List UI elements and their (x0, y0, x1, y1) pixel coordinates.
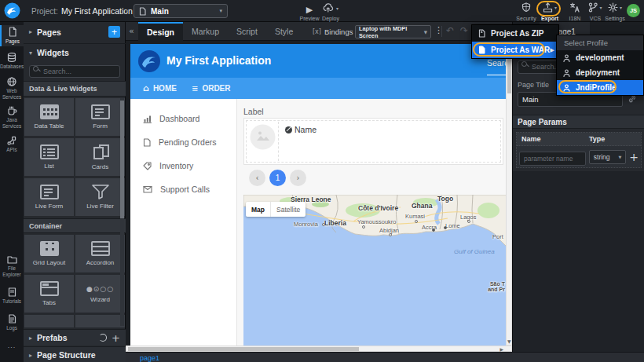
redo-icon[interactable]: ↷ (460, 25, 468, 36)
widget-tile-partial[interactable]: ••••• (75, 315, 125, 327)
list-item-field-name: Name (295, 125, 317, 134)
prev-page-button[interactable]: ‹ (249, 170, 265, 186)
widget-tile-cards[interactable]: Cards (75, 138, 125, 176)
tab-design[interactable]: Design (138, 22, 183, 41)
pagination: ‹ 1 › (249, 170, 306, 186)
menu-item-jndiprofile[interactable]: JndiProfile (557, 80, 643, 95)
map-widget[interactable]: Sierra Leone Monrovia Liberia Côte d'Ivo… (243, 195, 507, 346)
next-page-button[interactable]: › (290, 170, 306, 186)
export-menu: Project As ZIP Project As WAR ▶ (471, 24, 559, 59)
widget-tile-tabs[interactable]: Tabs (24, 275, 74, 313)
menu-item-development[interactable]: development (557, 50, 643, 65)
user-avatar[interactable]: JS (627, 4, 640, 17)
page-title-label: Page Title (518, 81, 549, 89)
canvas-vertical-scrollbar[interactable]: ▼ (506, 41, 512, 346)
nav-item-order[interactable]: ≡ ORDER (192, 78, 231, 99)
api-icon (7, 136, 16, 145)
menu-item-support-calls[interactable]: Support Calls (130, 179, 237, 199)
deploy-button[interactable]: ▾ Deploy (317, 2, 344, 21)
column-header-name: Name (517, 135, 589, 143)
menu-item-pending-orders[interactable]: Pending Orders (130, 132, 237, 152)
pages-section-header[interactable]: ▸ Pages (24, 22, 126, 42)
widget-tile-list[interactable]: List (24, 138, 74, 176)
page-selector[interactable]: Main ▾ (134, 4, 228, 18)
prefabs-section-header[interactable]: ▸ Prefabs + (24, 329, 126, 346)
refresh-prefabs-icon[interactable] (99, 334, 107, 342)
more-button[interactable]: ... (0, 342, 24, 349)
widget-tile-grid-layout[interactable]: Grid Layout (24, 235, 74, 272)
map-label-liberia: Liberia (324, 219, 346, 227)
project-name: My First Application (61, 6, 133, 16)
app-left-menu: Dashboard Pending Orders Inventory Suppo… (130, 99, 237, 346)
satellite-button[interactable]: Satellite (271, 206, 306, 214)
widget-tile-live-filter[interactable]: Live Filter (75, 178, 125, 216)
pages-icon (8, 27, 17, 37)
add-param-button[interactable]: + (629, 151, 639, 163)
nav-item-home[interactable]: ⌂ HOME (143, 78, 177, 99)
city-dot (389, 233, 392, 236)
collapse-panel-icon[interactable]: « (129, 26, 134, 36)
scroll-down-icon[interactable]: ▼ (507, 338, 511, 344)
sidebar-item-tutorials[interactable]: Tutorials (0, 285, 24, 306)
widget-tile-wizard[interactable]: Wizard (75, 275, 125, 313)
widget-tile-form[interactable]: Form (75, 98, 125, 136)
sidebar-item-apis[interactable]: APIs (0, 133, 24, 155)
app-navbar: ⌂ HOME ≡ ORDER (130, 78, 507, 99)
i18n-icon (569, 2, 580, 13)
sidebar-item-file-explorer[interactable]: File Explorer (0, 254, 24, 280)
app-header: My First Application Search (130, 44, 507, 78)
widget-tile-partial[interactable] (24, 315, 74, 327)
city-dot (362, 225, 365, 229)
tab-script[interactable]: Script (228, 22, 266, 41)
sidebar-item-web-services[interactable]: Web Services (0, 75, 24, 101)
app-search-link[interactable]: Search (487, 58, 507, 75)
widgets-section-header[interactable]: ▾ Widgets (24, 43, 126, 61)
current-page-button[interactable]: 1 (269, 170, 286, 186)
chevron-down-icon: ▾ (620, 5, 622, 10)
page-params-header[interactable]: Page Params (513, 115, 644, 129)
bottom-tab-page1[interactable]: page1 (140, 354, 159, 362)
tab-style[interactable]: Style (266, 22, 302, 41)
security-label: Security (514, 16, 538, 21)
profile-icon (563, 84, 570, 92)
export-button[interactable]: ▾ Export (538, 2, 562, 21)
list-widget[interactable]: Name (243, 118, 503, 165)
sidebar-item-logs[interactable]: Logs (0, 312, 24, 333)
data-table-icon (40, 104, 59, 119)
export-icon (543, 2, 553, 13)
add-page-button[interactable] (108, 26, 120, 38)
tab-markup[interactable]: Markup (183, 22, 228, 41)
widget-tile-data-table[interactable]: Data Table (24, 98, 74, 136)
param-type-select[interactable]: string ▼ (589, 150, 626, 164)
menu-item-inventory[interactable]: Inventory (130, 155, 237, 176)
map-button[interactable]: Map (246, 206, 270, 214)
widget-tile-accordion[interactable]: Accordion (75, 235, 125, 272)
param-name-input[interactable] (519, 152, 586, 166)
wavemaker-logo[interactable] (4, 2, 20, 22)
settings-button[interactable]: ▾ Settings (603, 2, 627, 21)
page-structure-section-header[interactable]: ▸ Page Structure (24, 346, 126, 362)
add-prefab-button[interactable]: + (112, 332, 120, 344)
bindings-button[interactable]: [x] Bindings ▾ (313, 22, 359, 41)
wizard-icon (86, 285, 114, 293)
scroll-right-icon[interactable]: ▶ (499, 346, 503, 352)
menu-item-project-as-zip[interactable]: Project As ZIP (472, 25, 558, 42)
canvas-horizontal-scrollbar[interactable]: ▶ (126, 346, 512, 352)
sidebar-item-databases[interactable]: Databases (0, 50, 24, 71)
divider (441, 26, 442, 37)
chevron-right-icon: ▸ (29, 352, 32, 359)
widget-tile-live-form[interactable]: Live Form (24, 178, 74, 216)
menu-item-project-as-war[interactable]: Project As WAR ▶ (472, 42, 558, 58)
sidebar-item-pages[interactable]: Pages (0, 25, 24, 46)
panel-scrollbar[interactable] (120, 98, 124, 326)
security-button[interactable]: Security (514, 2, 538, 21)
label-widget[interactable]: Label (243, 107, 264, 116)
menu-item-dashboard[interactable]: Dashboard (130, 108, 237, 129)
menu-item-deployment[interactable]: deployment (557, 65, 643, 80)
sidebar-item-java-services[interactable]: Java Services (0, 104, 24, 130)
i18n-button[interactable]: I18N (564, 2, 586, 21)
widget-search-input[interactable] (29, 65, 120, 78)
i18n-label: I18N (564, 16, 586, 21)
device-selector[interactable]: Laptop with MDPI Screen ▼ (355, 25, 431, 38)
undo-icon[interactable]: ↶ (446, 25, 454, 36)
